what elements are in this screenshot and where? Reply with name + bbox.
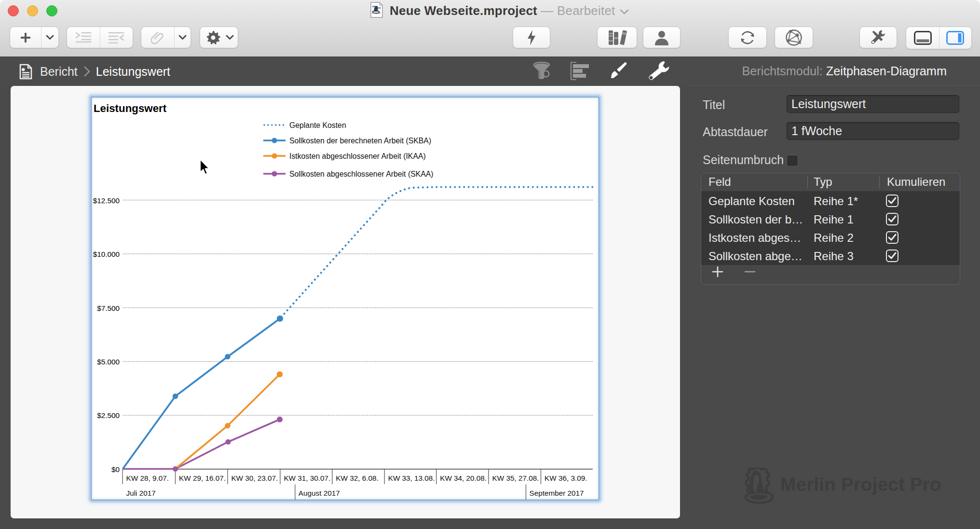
svg-text:KW 28, 9.07.: KW 28, 9.07.	[126, 474, 169, 482]
svg-text:September 2017: September 2017	[530, 489, 584, 497]
svg-text:$10.000: $10.000	[93, 250, 120, 258]
svg-text:KW 35, 27.08.: KW 35, 27.08.	[492, 474, 539, 482]
svg-text:$12.500: $12.500	[93, 196, 120, 205]
svg-text:Leistungswert: Leistungswert	[94, 102, 167, 114]
svg-text:KW 34, 20.08.: KW 34, 20.08.	[440, 474, 487, 482]
svg-text:Istkosten abgeschlossener Arbe: Istkosten abgeschlossener Arbeit (IKAA)	[289, 152, 426, 160]
svg-text:Juli 2017: Juli 2017	[126, 489, 156, 497]
svg-text:$0: $0	[111, 465, 120, 473]
svg-text:Geplante Kosten: Geplante Kosten	[289, 121, 346, 129]
svg-text:KW 30, 23.07.: KW 30, 23.07.	[231, 474, 278, 482]
svg-text:KW 36, 3.09.: KW 36, 3.09.	[544, 474, 587, 482]
svg-text:$5.000: $5.000	[97, 358, 120, 366]
svg-text:Sollkosten der berechneten Arb: Sollkosten der berechneten Arbeit (SKBA)	[289, 137, 431, 145]
svg-text:KW 33, 13.08.: KW 33, 13.08.	[388, 474, 435, 482]
svg-text:KW 31, 30.07.: KW 31, 30.07.	[284, 474, 330, 482]
svg-text:KW 29, 16.07.: KW 29, 16.07.	[179, 474, 226, 482]
svg-text:$2.500: $2.500	[97, 411, 120, 419]
svg-text:August 2017: August 2017	[299, 489, 340, 497]
svg-text:$7.500: $7.500	[97, 304, 120, 312]
svg-text:Sollkosten abgeschlossener Arb: Sollkosten abgeschlossener Arbeit (SKAA)	[289, 170, 434, 178]
svg-text:KW 32, 6.08.: KW 32, 6.08.	[336, 474, 378, 482]
